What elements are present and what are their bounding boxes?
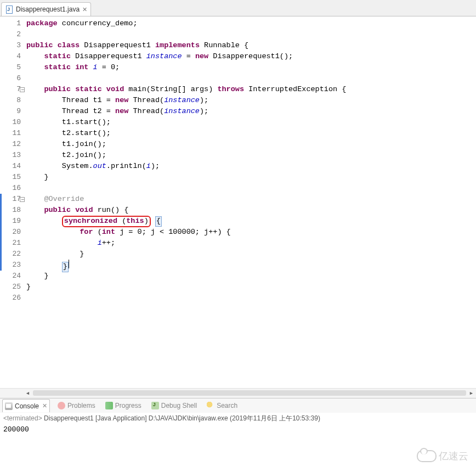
tab-problems[interactable]: Problems — [55, 401, 98, 411]
watermark: 亿速云 — [417, 450, 468, 463]
line-number: 12 — [0, 139, 23, 150]
line-number: 11 — [0, 128, 23, 139]
problems-icon — [58, 402, 65, 409]
line-number: 9 — [0, 106, 23, 117]
close-icon[interactable]: ✕ — [82, 6, 87, 13]
code-line[interactable]: i++; — [26, 238, 476, 249]
bottom-view-tabs: Console ✕ Problems Progress Debug Shell … — [0, 398, 476, 413]
code-line[interactable] — [26, 73, 476, 84]
line-number: 17 — [0, 194, 23, 205]
line-number: 23 — [0, 260, 23, 271]
code-line[interactable]: } — [26, 271, 476, 282]
editor-area[interactable]: 1234567891011121314151617181920212223242… — [0, 16, 476, 388]
line-number: 22 — [0, 249, 23, 260]
console-output-text: 200000 — [3, 425, 29, 434]
code-line[interactable]: public void run() { — [26, 205, 476, 216]
code-line[interactable]: static int i = 0; — [26, 62, 476, 73]
code-line[interactable] — [26, 29, 476, 40]
scroll-thumb[interactable] — [33, 390, 466, 396]
line-number: 24 — [0, 271, 23, 282]
line-number-gutter: 1234567891011121314151617181920212223242… — [0, 17, 23, 388]
line-number: 8 — [0, 95, 23, 106]
tab-search-label: Search — [217, 402, 237, 409]
line-number: 2 — [0, 29, 23, 40]
line-number: 1 — [0, 18, 23, 29]
code-line[interactable]: public static void main(String[] args) t… — [26, 84, 476, 95]
line-number: 18 — [0, 205, 23, 216]
console-header: <terminated> Disapperequest1 [Java Appli… — [0, 413, 476, 424]
line-number: 10 — [0, 117, 23, 128]
code-line[interactable]: t2.join(); — [26, 150, 476, 161]
line-number: 14 — [0, 161, 23, 172]
code-line[interactable]: Thread t1 = new Thread(instance); — [26, 95, 476, 106]
cloud-icon — [417, 450, 437, 462]
line-number: 16 — [0, 183, 23, 194]
code-line[interactable]: } — [26, 282, 476, 293]
tab-search[interactable]: Search — [205, 401, 240, 411]
tab-console-label: Console — [15, 402, 39, 410]
code-line[interactable]: t2.start(); — [26, 128, 476, 139]
code-line[interactable]: package concurrency_demo; — [26, 18, 476, 29]
tab-debug-label: Debug Shell — [161, 402, 197, 409]
line-number: 3 — [0, 40, 23, 51]
code-line[interactable]: } — [26, 249, 476, 260]
tab-progress[interactable]: Progress — [103, 401, 144, 411]
code-line[interactable] — [26, 293, 476, 304]
code-line[interactable]: static Disapperequest1 instance = new Di… — [26, 51, 476, 62]
progress-icon — [105, 402, 113, 409]
console-output[interactable]: 200000 — [0, 424, 476, 435]
tab-problems-label: Problems — [67, 402, 95, 409]
highlighted-expression: synchronized (this) — [62, 216, 151, 227]
tab-debug-shell[interactable]: Debug Shell — [149, 401, 199, 411]
code-line[interactable]: @Override — [26, 194, 476, 205]
line-number: 26 — [0, 293, 23, 304]
code-line[interactable]: synchronized (this) { — [26, 216, 476, 227]
close-icon[interactable]: ✕ — [42, 402, 47, 409]
line-number: 6 — [0, 73, 23, 84]
code-line[interactable]: Thread t2 = new Thread(instance); — [26, 106, 476, 117]
console-icon — [5, 402, 13, 410]
code-line[interactable]: System.out.println(i); — [26, 161, 476, 172]
tab-console[interactable]: Console ✕ — [2, 399, 50, 412]
horizontal-scrollbar[interactable]: ◀ ▶ — [0, 388, 476, 398]
line-number: 19 — [0, 216, 23, 227]
code-line[interactable]: t1.join(); — [26, 139, 476, 150]
line-number: 20 — [0, 227, 23, 238]
editor-tab-bar: Disapperequest1.java ✕ — [0, 0, 476, 16]
tab-progress-label: Progress — [115, 402, 141, 409]
editor-tab-active[interactable]: Disapperequest1.java ✕ — [1, 2, 91, 16]
code-line[interactable]: public class Disapperequest1 implements … — [26, 40, 476, 51]
line-number: 5 — [0, 62, 23, 73]
line-number: 15 — [0, 172, 23, 183]
watermark-text: 亿速云 — [439, 450, 468, 463]
scroll-left-arrow-icon[interactable]: ◀ — [23, 389, 32, 398]
console-terminated-label: <terminated> — [3, 414, 42, 422]
console-headline: Disapperequest1 [Java Application] D:\JA… — [42, 414, 320, 422]
line-number: 7 — [0, 84, 23, 95]
java-file-icon — [5, 5, 13, 14]
line-number: 4 — [0, 51, 23, 62]
line-number: 21 — [0, 238, 23, 249]
line-number: 25 — [0, 282, 23, 293]
matching-brace: } — [62, 262, 69, 272]
code-line[interactable]: t1.start(); — [26, 117, 476, 128]
debug-shell-icon — [151, 402, 159, 409]
code-line[interactable]: } — [26, 260, 476, 271]
code-line[interactable]: for (int j = 0; j < 100000; j++) { — [26, 227, 476, 238]
matching-brace: { — [155, 216, 162, 227]
line-number: 13 — [0, 150, 23, 161]
search-icon — [207, 402, 214, 409]
code-text-area[interactable]: package concurrency_demo;public class Di… — [23, 17, 476, 388]
editor-tab-filename: Disapperequest1.java — [16, 5, 80, 13]
code-line[interactable] — [26, 183, 476, 194]
code-line[interactable]: } — [26, 172, 476, 183]
scroll-right-arrow-icon[interactable]: ▶ — [467, 389, 476, 398]
